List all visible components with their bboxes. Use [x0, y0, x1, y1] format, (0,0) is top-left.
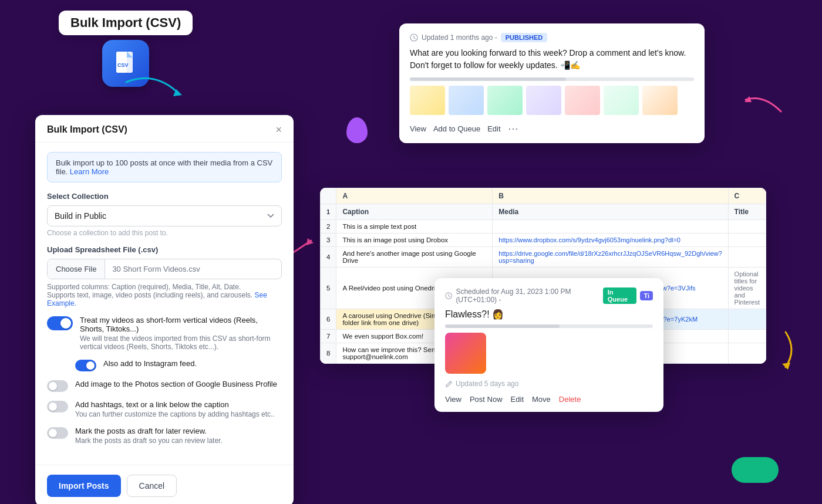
- col-num-header: [321, 188, 336, 204]
- add-to-queue-button[interactable]: Add to Queue: [433, 124, 480, 133]
- toggle-instagram-row: Also add to Instagram feed.: [75, 359, 282, 371]
- post-card-2-actions: View Post Now Edit Move Delete: [445, 395, 653, 404]
- toggle-draft-sub: Mark the posts as draft so you can revie…: [75, 437, 223, 445]
- teal-arrow: [120, 65, 191, 106]
- edit-button[interactable]: Edit: [487, 124, 500, 133]
- toggle-vertical-sub: We will treat the videos imported from t…: [80, 334, 282, 351]
- post-now-button[interactable]: Post Now: [470, 395, 503, 404]
- toggle-hashtags-row: Add hashtags, text or a link below the c…: [47, 400, 282, 418]
- toggle-draft-label: Mark the posts as draft for later review…: [75, 427, 223, 435]
- move-button[interactable]: Move: [532, 395, 551, 404]
- yellow-arrow: [768, 326, 803, 373]
- modal-footer: Import Posts Cancel: [35, 465, 294, 504]
- selected-file-name: 30 Short Form Videos.csv: [105, 259, 281, 279]
- clock-icon: [410, 33, 418, 42]
- more-options-button[interactable]: ⋯: [508, 122, 518, 135]
- upload-label: Upload Spreadsheet File (.csv): [47, 245, 282, 254]
- post-thumb-5: [565, 86, 600, 115]
- modal-body: Bulk import up to 100 posts at once with…: [35, 143, 294, 465]
- blob-purple: [346, 117, 368, 143]
- info-banner: Bulk import up to 100 posts at once with…: [47, 152, 282, 182]
- delete-button[interactable]: Delete: [559, 395, 581, 404]
- progress-bar-fill: [410, 77, 566, 81]
- published-badge: PUBLISHED: [501, 33, 548, 42]
- col-b-header: B: [493, 188, 728, 204]
- toggle-vertical-videos[interactable]: [47, 316, 73, 330]
- post-card-meta: Updated 1 months ago - PUBLISHED: [410, 33, 694, 42]
- post-card-progress: [410, 77, 694, 81]
- post-thumb-3: [487, 86, 523, 115]
- toggle-hashtags[interactable]: [47, 401, 68, 412]
- collection-label: Select Collection: [47, 192, 282, 201]
- toggle-draft[interactable]: [47, 427, 68, 439]
- collection-hint: Choose a collection to add this post to.: [47, 229, 282, 237]
- post-thumb-2: [449, 86, 484, 115]
- ti-badge: Ti: [640, 291, 653, 300]
- modal-close-button[interactable]: ×: [275, 124, 282, 135]
- toggle-vertical-label: Treat my videos as short-form vertical v…: [80, 316, 282, 333]
- modal-title: Bulk Import (CSV): [47, 124, 127, 135]
- supported-text: Supported columns: Caption (required), M…: [47, 283, 282, 307]
- toggle-google-biz[interactable]: [47, 380, 68, 392]
- svg-marker-5: [306, 238, 314, 245]
- table-row: 2This is a simple text post: [321, 220, 766, 234]
- col-a-header: A: [336, 188, 493, 204]
- learn-more-link[interactable]: Learn More: [70, 167, 109, 176]
- post-thumb-7: [642, 86, 678, 115]
- post-card-2-meta: Scheduled for Aug 31, 2023 1:00 PM (UTC+…: [445, 287, 653, 304]
- pink-arrow-top: [740, 82, 787, 117]
- caption-header: Caption: [336, 204, 493, 220]
- view-button[interactable]: View: [410, 124, 426, 133]
- post-card-images: [410, 86, 694, 115]
- view-button-2[interactable]: View: [445, 395, 461, 404]
- toggle-instagram-label: Also add to Instagram feed.: [103, 359, 197, 368]
- toggle-hashtags-label: Add hashtags, text or a link below the c…: [75, 400, 275, 409]
- import-posts-button[interactable]: Import Posts: [47, 475, 121, 497]
- post-thumb-4: [526, 86, 561, 115]
- file-input-row: Choose File 30 Short Form Videos.csv: [47, 259, 282, 279]
- media-header: Media: [493, 204, 728, 220]
- choose-file-button[interactable]: Choose File: [48, 259, 105, 279]
- edit-icon: [445, 380, 453, 388]
- post-thumb-1: [410, 86, 445, 115]
- toggle-hashtags-sub: You can further customize the captions b…: [75, 410, 275, 418]
- toggle-vertical-videos-row: Treat my videos as short-form vertical v…: [47, 316, 282, 351]
- in-queue-badge: In Queue: [603, 287, 637, 304]
- bulk-import-modal: Bulk Import (CSV) × Bulk import up to 10…: [35, 115, 294, 504]
- col-c-header: C: [728, 188, 766, 204]
- progress-bar-2-fill: [445, 324, 560, 328]
- post-card-scheduled: Scheduled for Aug 31, 2023 1:00 PM (UTC+…: [434, 278, 663, 412]
- cancel-button[interactable]: Cancel: [127, 475, 177, 497]
- col-1-header: 1: [321, 204, 336, 220]
- svg-marker-6: [782, 363, 790, 370]
- csv-bubble-label: Bulk Import (CSV): [59, 11, 193, 35]
- title-header: Title: [728, 204, 766, 220]
- edit-button-2[interactable]: Edit: [511, 395, 524, 404]
- table-row: 4And here's another image post using Goo…: [321, 247, 766, 268]
- clock-icon-2: [445, 292, 452, 300]
- collection-select[interactable]: Build in Public: [47, 205, 282, 226]
- toggle-google-biz-label: Add image to the Photos section of Googl…: [75, 380, 277, 388]
- post-card-published: Updated 1 months ago - PUBLISHED What ar…: [399, 23, 705, 143]
- modal-header: Bulk Import (CSV) ×: [35, 115, 294, 143]
- post-image-thumb: [445, 333, 486, 374]
- post-card-2-progress: [445, 324, 653, 328]
- post-card-text: What are you looking forward to this wee…: [410, 47, 694, 72]
- post-card-2-text: Flawless?! 👩: [445, 309, 653, 320]
- table-row: 3This is an image post using Droboxhttps…: [321, 234, 766, 247]
- toggle-instagram[interactable]: [75, 360, 96, 371]
- blob-green: [732, 457, 779, 483]
- post-card-actions: View Add to Queue Edit ⋯: [410, 122, 694, 135]
- toggle-google-biz-row: Add image to the Photos section of Googl…: [47, 380, 282, 392]
- post-thumb-6: [604, 86, 639, 115]
- toggle-draft-row: Mark the posts as draft for later review…: [47, 427, 282, 445]
- post-card-2-updated: Updated 5 days ago: [445, 380, 653, 388]
